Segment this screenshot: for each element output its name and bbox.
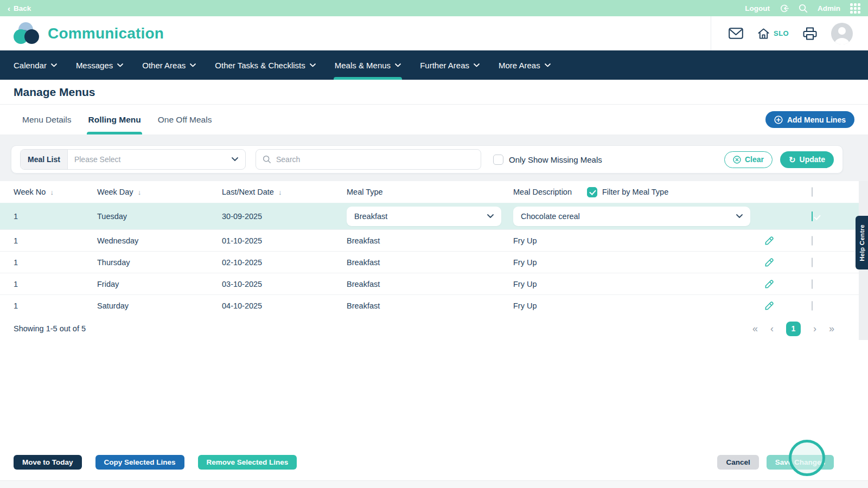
clear-button[interactable]: Clear — [724, 151, 773, 168]
only-show-missing-label: Only Show Missing Meals — [509, 155, 602, 164]
chevron-down-icon — [232, 157, 238, 162]
nav-other-tasks-checklists[interactable]: Other Tasks & Checklists — [215, 50, 315, 80]
pencil-icon — [764, 235, 775, 246]
col-week-day[interactable]: Week Day↓ — [97, 188, 222, 196]
search-box — [256, 149, 481, 170]
logout-icon[interactable] — [780, 4, 789, 13]
last-page-button[interactable]: » — [829, 324, 834, 333]
edit-row-button[interactable] — [763, 234, 776, 247]
only-show-missing-meals-toggle[interactable]: Only Show Missing Meals — [493, 155, 602, 165]
row-checkbox[interactable] — [812, 236, 813, 246]
utility-bar: ‹ Back Logout Admin — [0, 0, 868, 16]
tab-rolling-menu[interactable]: Rolling Menu — [87, 105, 142, 134]
nav-messages[interactable]: Messages — [76, 50, 123, 80]
cell-date: 03-10-2025 — [222, 280, 347, 288]
update-label: Update — [800, 155, 825, 164]
table-row[interactable]: 1 Thursday 02-10-2025 Breakfast Fry Up — [0, 251, 868, 273]
pagination: « ‹ 1 › » — [752, 322, 834, 336]
meal-list-select[interactable]: Meal List Please Select — [20, 149, 246, 170]
nav-meals-menus[interactable]: Meals & Menus — [335, 50, 401, 80]
nav-other-areas[interactable]: Other Areas — [142, 50, 196, 80]
previous-page-button[interactable]: ‹ — [770, 324, 774, 333]
user-name-label[interactable]: Admin — [818, 4, 840, 12]
table-row[interactable]: 1 Tuesday 30-09-2025 Breakfast Chocolate… — [0, 203, 868, 229]
user-avatar[interactable] — [831, 23, 853, 44]
col-last-next-date[interactable]: Last/Next Date↓ — [222, 188, 347, 196]
cell-week-day: Wednesday — [97, 236, 222, 245]
nav-further-areas[interactable]: Further Areas — [420, 50, 480, 80]
chevron-down-icon — [190, 63, 196, 67]
cell-week-day: Saturday — [97, 301, 222, 310]
edit-row-button[interactable] — [763, 278, 776, 291]
messages-envelope-icon[interactable] — [729, 28, 743, 39]
meal-type-select[interactable]: Breakfast — [347, 207, 501, 226]
apps-grid-icon[interactable] — [850, 3, 860, 14]
filter-by-meal-type-checkbox[interactable] — [587, 187, 597, 197]
search-input[interactable] — [276, 155, 474, 164]
row-checkbox[interactable] — [812, 279, 813, 289]
add-menu-lines-button[interactable]: Add Menu Lines — [765, 111, 854, 128]
edit-row-button[interactable] — [763, 256, 776, 269]
copy-selected-lines-button[interactable]: Copy Selected Lines — [95, 455, 184, 470]
edit-row-button[interactable] — [763, 299, 776, 312]
row-checkbox[interactable] — [812, 258, 813, 267]
row-checkbox[interactable] — [812, 211, 813, 221]
table-row[interactable]: 1 Friday 03-10-2025 Breakfast Fry Up — [0, 273, 868, 294]
back-button[interactable]: ‹ Back — [8, 4, 31, 12]
col-week-no[interactable]: Week No↓ — [14, 188, 97, 196]
nav-more-areas[interactable]: More Areas — [499, 50, 551, 80]
col-meal-description-label: Meal Description — [513, 188, 572, 196]
header-toolbar: SLO — [711, 16, 868, 50]
filters-strip: Meal List Please Select Only Show Missin… — [0, 134, 868, 181]
nav-calendar[interactable]: Calendar — [14, 50, 57, 80]
logout-button[interactable]: Logout — [745, 4, 770, 12]
x-circle-icon — [733, 156, 741, 164]
print-icon[interactable] — [803, 27, 817, 40]
search-icon — [263, 155, 271, 164]
back-label: Back — [14, 4, 31, 12]
table-row[interactable]: 1 Saturday 04-10-2025 Breakfast Fry Up — [0, 294, 868, 316]
current-page-button[interactable]: 1 — [786, 322, 801, 336]
save-changes-button[interactable]: Save Changes — [767, 455, 834, 470]
results-summary: Showing 1-5 out of 5 — [14, 324, 86, 333]
next-page-button[interactable]: › — [813, 324, 816, 333]
app-logo-icon — [14, 22, 40, 45]
filter-card: Meal List Please Select Only Show Missin… — [11, 145, 843, 174]
filter-by-meal-type-toggle[interactable]: Filter by Meal Type — [587, 187, 668, 197]
brand: Communication — [0, 16, 164, 50]
tab-menu-details[interactable]: Menu Details — [21, 105, 72, 134]
help-centre-tab[interactable]: Help Centre — [856, 216, 868, 269]
cell-week-no: 1 — [14, 301, 97, 310]
page-title: Manage Menus — [14, 86, 95, 99]
move-to-today-button[interactable]: Move to Today — [14, 455, 82, 470]
col-meal-type: Meal Type — [347, 188, 513, 196]
table-header-row: Week No↓ Week Day↓ Last/Next Date↓ Meal … — [0, 181, 868, 203]
cell-week-no: 1 — [14, 212, 97, 221]
footer-strip — [0, 480, 868, 488]
meal-list-value: Please Select — [68, 155, 232, 164]
cell-week-day: Thursday — [97, 258, 222, 267]
pencil-icon — [764, 279, 775, 290]
search-icon[interactable] — [799, 4, 808, 13]
tab-one-off-meals[interactable]: One Off Meals — [157, 105, 213, 134]
row-checkbox[interactable] — [812, 301, 813, 311]
first-page-button[interactable]: « — [752, 324, 758, 333]
table-row[interactable]: 1 Wednesday 01-10-2025 Breakfast Fry Up — [0, 229, 868, 251]
home-button[interactable]: SLO — [757, 28, 789, 40]
meal-description-select[interactable]: Chocolate cereal — [513, 207, 750, 226]
only-show-missing-checkbox[interactable] — [493, 155, 503, 165]
select-all-checkbox[interactable] — [812, 187, 813, 197]
cell-meal-type: Breakfast — [347, 280, 513, 288]
cell-meal-type: Breakfast — [347, 258, 513, 267]
cell-date: 01-10-2025 — [222, 236, 347, 245]
remove-selected-lines-button[interactable]: Remove Selected Lines — [198, 455, 297, 470]
update-button[interactable]: ↻ Update — [780, 151, 834, 168]
cell-week-no: 1 — [14, 236, 97, 245]
cancel-button[interactable]: Cancel — [717, 455, 758, 470]
cell-meal-type: Breakfast — [347, 301, 513, 310]
meal-description-value: Chocolate cereal — [521, 212, 580, 221]
cell-date: 30-09-2025 — [222, 212, 347, 221]
home-icon — [757, 28, 770, 40]
chevron-down-icon — [545, 63, 551, 67]
back-chevron-icon: ‹ — [8, 4, 10, 12]
